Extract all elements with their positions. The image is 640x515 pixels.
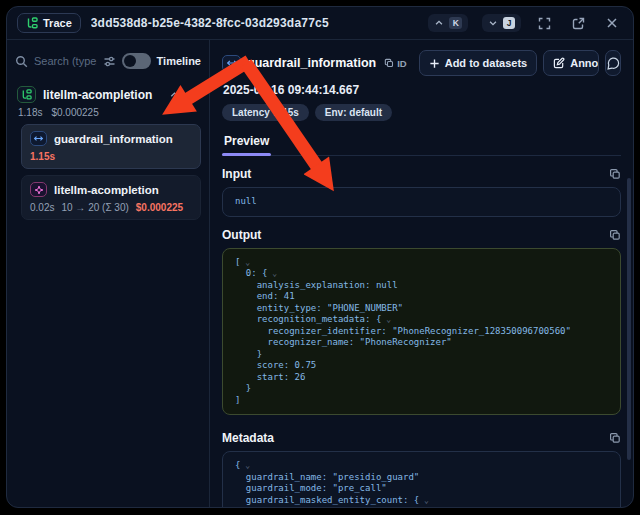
maximize-icon bbox=[538, 17, 551, 30]
copy-metadata-button[interactable] bbox=[609, 432, 621, 444]
output-code-block[interactable]: [ ⌄ 0: { ⌄ analysis_explanation: null en… bbox=[222, 248, 621, 416]
open-external-button[interactable] bbox=[567, 12, 589, 34]
top-bar: Trace 3dd538d8-b25e-4382-8fcc-03d293da77… bbox=[7, 7, 633, 40]
observation-title: guardrail_information bbox=[247, 56, 376, 70]
tree-item-name: litellm-acompletion bbox=[54, 184, 159, 196]
copy-icon bbox=[384, 58, 394, 68]
copy-icon bbox=[609, 168, 621, 180]
trace-id: 3dd538d8-b25e-4382-8fcc-03d293da77c5 bbox=[91, 16, 414, 30]
item-latency: 0.02s bbox=[30, 202, 54, 213]
trace-badge-label: Trace bbox=[43, 17, 72, 29]
collapse-up-icon[interactable] bbox=[169, 89, 180, 100]
item-tokens: 10 → 20 (Σ 30) bbox=[61, 202, 128, 213]
close-button[interactable] bbox=[601, 12, 623, 34]
observation-timestamp: 2025-05-16 09:44:14.667 bbox=[223, 83, 621, 97]
copy-input-button[interactable] bbox=[609, 168, 621, 180]
scrollbar-thumb[interactable] bbox=[627, 178, 631, 460]
timeline-toggle-label: Timeline bbox=[157, 55, 201, 67]
edit-pen-icon bbox=[553, 57, 565, 69]
chevron-down-icon bbox=[488, 18, 498, 28]
metadata-code-block[interactable]: { ⌄ guardrail_name: "presidio_guard" gua… bbox=[222, 451, 621, 508]
trace-tree-sidebar: Timeline litellm-acompletion bbox=[7, 40, 210, 507]
search-input[interactable] bbox=[34, 55, 97, 67]
tab-preview[interactable]: Preview bbox=[222, 130, 271, 155]
root-cost: $0.000225 bbox=[51, 107, 98, 118]
annotate-button[interactable]: Annotate bbox=[544, 51, 599, 75]
annotate-split-button: Annotate bbox=[543, 50, 599, 76]
metadata-section-label: Metadata bbox=[222, 431, 609, 445]
copy-id-button[interactable]: ID bbox=[384, 58, 407, 69]
output-section-label: Output bbox=[222, 228, 609, 242]
detail-tabs: Preview bbox=[222, 130, 621, 156]
add-to-datasets-button[interactable]: Add to datasets bbox=[419, 50, 538, 76]
shortcut-key-k: K bbox=[449, 17, 462, 29]
observation-detail-panel: guardrail_information ID Add to datasets bbox=[210, 40, 633, 507]
trace-root-icon bbox=[17, 86, 36, 103]
copy-icon bbox=[609, 432, 621, 444]
trace-type-badge: Trace bbox=[17, 13, 81, 33]
next-item-button[interactable]: J bbox=[482, 14, 521, 32]
shortcut-key-j: J bbox=[503, 17, 515, 29]
close-icon bbox=[606, 17, 618, 29]
expand-fullscreen-button[interactable] bbox=[533, 12, 555, 34]
item-latency: 1.15s bbox=[30, 151, 55, 162]
copy-output-button[interactable] bbox=[609, 229, 621, 241]
active-tab-underline bbox=[222, 153, 271, 156]
trace-detail-window: Trace 3dd538d8-b25e-4382-8fcc-03d293da77… bbox=[6, 6, 634, 508]
fold-vertical-icon[interactable] bbox=[188, 89, 199, 100]
input-code-block[interactable]: null bbox=[222, 187, 621, 217]
latency-badge: Latency 1.15s bbox=[222, 104, 309, 121]
sidebar-search-row: Timeline bbox=[15, 48, 201, 74]
chevron-up-icon bbox=[434, 18, 444, 28]
tree-root-row[interactable]: litellm-acompletion 1.18s $0.000225 bbox=[15, 84, 201, 118]
tree-root-name: litellm-acompletion bbox=[43, 88, 162, 102]
env-badge: Env: default bbox=[315, 104, 392, 121]
chat-bubble-icon bbox=[607, 57, 620, 70]
tree-item-litellm-acompletion[interactable]: litellm-acompletion 0.02s 10 → 20 (Σ 30)… bbox=[21, 175, 201, 220]
comments-button[interactable] bbox=[605, 50, 621, 76]
timeline-toggle[interactable] bbox=[122, 53, 151, 69]
item-cost: $0.000225 bbox=[136, 202, 183, 213]
generation-sparkle-icon bbox=[30, 182, 47, 197]
plus-icon bbox=[429, 58, 440, 69]
prev-item-button[interactable]: K bbox=[428, 14, 468, 32]
input-section-label: Input bbox=[222, 167, 609, 181]
copy-icon bbox=[609, 229, 621, 241]
search-icon bbox=[15, 55, 28, 68]
tree-item-guardrail-information[interactable]: guardrail_information 1.15s bbox=[21, 124, 201, 169]
external-link-icon bbox=[572, 17, 585, 30]
id-label: ID bbox=[397, 58, 407, 69]
trace-tree-icon bbox=[26, 17, 38, 29]
tree-item-name: guardrail_information bbox=[54, 133, 173, 145]
filter-sliders-icon[interactable] bbox=[103, 55, 116, 68]
span-arrows-icon bbox=[30, 131, 47, 146]
span-arrows-icon bbox=[222, 55, 241, 72]
root-latency: 1.18s bbox=[18, 107, 42, 118]
